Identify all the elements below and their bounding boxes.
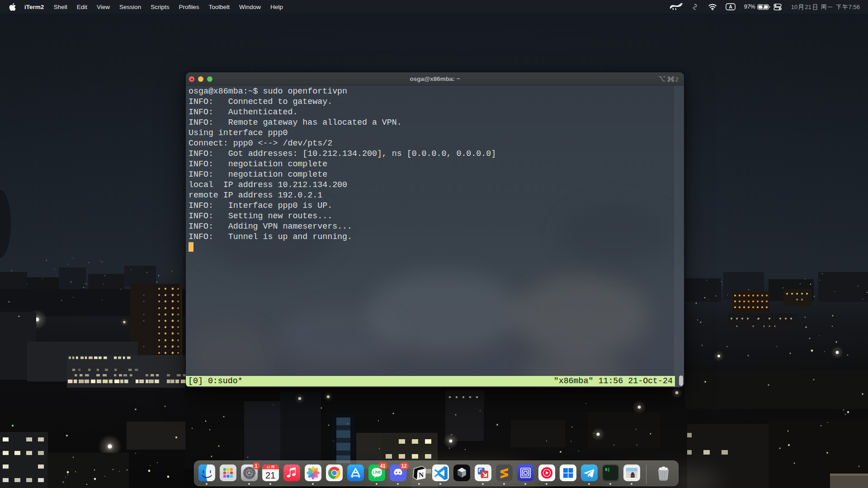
svg-text:N: N bbox=[418, 471, 424, 479]
svg-text:LINE: LINE bbox=[373, 470, 381, 474]
svg-text:$|: $| bbox=[605, 467, 610, 472]
svg-text:10: 10 bbox=[266, 465, 270, 469]
svg-text:21: 21 bbox=[265, 470, 275, 480]
svg-text:A: A bbox=[729, 4, 732, 9]
svg-text:2: 2 bbox=[675, 76, 679, 83]
